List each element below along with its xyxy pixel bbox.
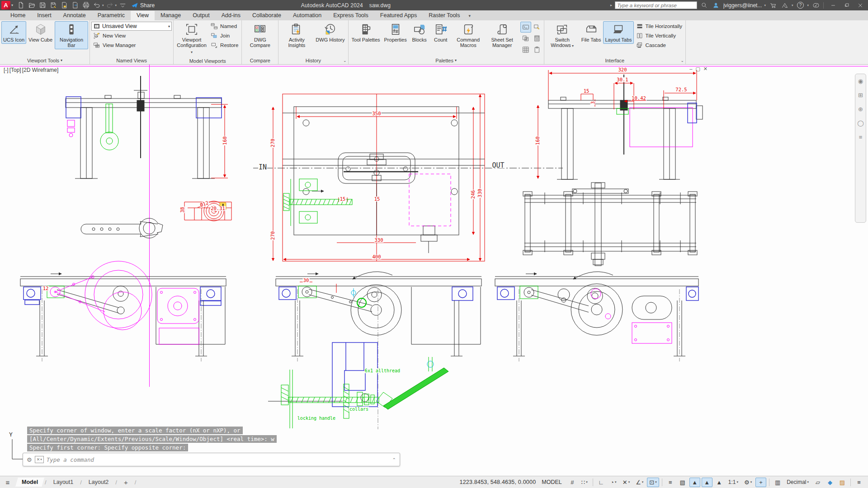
dropdown-arrow-icon[interactable]: ▾ bbox=[628, 480, 630, 484]
pan-icon[interactable]: ⊞ bbox=[858, 92, 863, 99]
join-button[interactable]: Join bbox=[209, 31, 240, 40]
zoom-icon[interactable]: ⊕ bbox=[858, 106, 863, 113]
workspace-settings-icon[interactable]: ⚙▾ bbox=[742, 478, 754, 487]
switch-windows-button[interactable]: Switch Windows ▾ bbox=[546, 21, 579, 50]
close-button[interactable] bbox=[854, 0, 867, 10]
panel-flyout-arrow-icon[interactable]: ▾ bbox=[455, 58, 457, 62]
tab-automation[interactable]: Automation bbox=[287, 11, 327, 20]
media-icon[interactable]: ▨ bbox=[837, 478, 848, 487]
signed-in-user[interactable]: jviggers@iinet... bbox=[723, 2, 762, 9]
command-line[interactable]: ⚙ ✕▾ Type a command ⌃ bbox=[23, 453, 400, 466]
new-button[interactable] bbox=[16, 1, 26, 10]
search-icon[interactable] bbox=[700, 1, 709, 10]
tile-vertically-button[interactable]: Tile Vertically bbox=[634, 31, 684, 40]
count-button[interactable]: Count bbox=[430, 21, 451, 44]
share-button[interactable]: Share bbox=[131, 2, 155, 9]
combo-arrow-icon[interactable]: ▾ bbox=[168, 24, 170, 28]
tab-layout1[interactable]: Layout1 bbox=[47, 478, 80, 487]
tab-annotate[interactable]: Annotate bbox=[57, 11, 92, 20]
object-snap-icon[interactable]: ✕▾ bbox=[620, 478, 632, 487]
open-button[interactable] bbox=[27, 1, 37, 10]
tab-express-tools[interactable]: Express Tools bbox=[327, 11, 374, 20]
transparency-icon[interactable]: ▧ bbox=[677, 478, 688, 487]
tile-horizontally-button[interactable]: Tile Horizontally bbox=[634, 22, 684, 31]
minimize-button[interactable] bbox=[826, 0, 840, 10]
panel-flyout-arrow-icon[interactable]: ▾ bbox=[61, 58, 62, 62]
orbit-icon[interactable]: ◯ bbox=[857, 120, 864, 127]
grid-display-icon[interactable]: # bbox=[567, 478, 578, 487]
drawing-area[interactable]: [-] [Top] [2D Wireframe] –▢✕ ◉⊞⊕◯≡ 16035… bbox=[0, 65, 868, 476]
annotation-autoscale-icon[interactable]: ▲ bbox=[702, 478, 712, 487]
dropdown-arrow-icon[interactable]: ▾ bbox=[736, 480, 738, 484]
panel-launcher-icon[interactable]: ⌄ bbox=[680, 58, 684, 63]
tab-home[interactable]: Home bbox=[5, 11, 31, 20]
qat-menu-button[interactable] bbox=[118, 1, 127, 10]
view-cube-button[interactable]: View Cube bbox=[27, 21, 54, 44]
user-avatar-icon[interactable] bbox=[712, 1, 721, 10]
app-menu-button[interactable]: A bbox=[1, 1, 10, 9]
viewport-configuration-button[interactable]: Viewport Configuration ▾ bbox=[175, 21, 208, 56]
coordinates-display[interactable]: 1223.8453, 548.4635, 0.0000 bbox=[460, 479, 536, 485]
object-snap-tracking-icon[interactable]: ∠▾ bbox=[633, 478, 646, 487]
isolate-objects-icon[interactable]: ▥ bbox=[772, 478, 783, 487]
dwg-history-button[interactable]: DWG History bbox=[314, 21, 346, 44]
dropdown-arrow-icon[interactable]: ▾ bbox=[642, 480, 644, 484]
dropdown-arrow-icon[interactable]: ▾ bbox=[586, 480, 588, 484]
tab-collaborate[interactable]: Collaborate bbox=[246, 11, 287, 20]
activity-insights-button[interactable]: Activity Insights bbox=[280, 21, 313, 49]
view-combo-box[interactable]: Unsaved View▾ bbox=[91, 22, 172, 31]
tab-layout2[interactable]: Layout2 bbox=[82, 478, 115, 487]
search-expand-icon[interactable]: ▸ bbox=[610, 3, 612, 7]
customization-menu-icon[interactable]: ≡ bbox=[854, 478, 864, 487]
tool-palettes-button[interactable]: Tool Palettes bbox=[350, 21, 382, 44]
navigation-bar[interactable]: ◉⊞⊕◯≡ bbox=[855, 74, 866, 223]
undo-button[interactable] bbox=[92, 1, 102, 10]
annotation-visibility-icon[interactable]: ▲ bbox=[689, 478, 700, 487]
redo-button[interactable] bbox=[105, 1, 115, 10]
view-manager-button[interactable]: View Manager bbox=[91, 41, 172, 50]
dropdown-arrow-icon[interactable]: ▾ bbox=[191, 50, 193, 54]
viewport-visual-style-control[interactable]: [2D Wireframe] bbox=[22, 67, 59, 73]
customize-icon[interactable]: ⚙ bbox=[27, 456, 32, 463]
sheet-set-manager-button[interactable]: Sheet Set Manager bbox=[486, 21, 519, 49]
blocks-button[interactable]: Blocks bbox=[409, 21, 430, 44]
properties-button[interactable]: Properties bbox=[382, 21, 409, 44]
polar-tracking-icon[interactable]: ◔▾ bbox=[608, 478, 619, 487]
save-button[interactable] bbox=[38, 1, 47, 10]
tab-output[interactable]: Output bbox=[187, 11, 216, 20]
viewport-close-icon[interactable]: ✕ bbox=[703, 66, 708, 72]
tab-parametric[interactable]: Parametric bbox=[92, 11, 131, 20]
dropdown-arrow-icon[interactable]: ▾ bbox=[615, 480, 617, 484]
feedback-icon[interactable] bbox=[811, 1, 821, 10]
tab-view[interactable]: View bbox=[131, 11, 155, 20]
search-input[interactable] bbox=[617, 3, 695, 8]
annotation-scale[interactable]: 1:1▾ bbox=[726, 478, 741, 487]
dropdown-arrow-icon[interactable]: ▾ bbox=[115, 4, 117, 7]
command-collapse-icon[interactable]: ⌃ bbox=[392, 457, 396, 462]
dropdown-arrow-icon[interactable]: ▾ bbox=[792, 4, 793, 7]
user-menu-arrow-icon[interactable]: ▾ bbox=[764, 4, 766, 7]
crosshair-toggle-icon[interactable]: + bbox=[755, 478, 766, 487]
graphics-performance-icon[interactable]: ◆ bbox=[825, 478, 835, 487]
command-input[interactable]: Type a command bbox=[47, 456, 94, 463]
new-layout-button[interactable]: + bbox=[118, 477, 134, 488]
tab-raster-tools[interactable]: Raster Tools bbox=[423, 11, 466, 20]
macro-editor-button[interactable] bbox=[532, 22, 542, 33]
dropdown-arrow-icon[interactable]: ▾ bbox=[571, 44, 574, 48]
showmotion-icon[interactable]: ≡ bbox=[859, 134, 863, 141]
dropdown-arrow-icon[interactable]: ▾ bbox=[102, 4, 104, 7]
viewport-min-icon[interactable]: – bbox=[689, 66, 692, 72]
app-menu-arrow-icon[interactable]: ▾ bbox=[11, 3, 13, 7]
recent-commands-icon[interactable]: ✕▾ bbox=[35, 456, 44, 463]
tab-insert[interactable]: Insert bbox=[31, 11, 57, 20]
viewport-minimize-control[interactable]: [-] bbox=[4, 67, 9, 73]
tab-model[interactable]: Model bbox=[15, 478, 44, 487]
help-icon[interactable]: ? bbox=[796, 1, 805, 10]
layout-tabs-button[interactable]: Layout Tabs bbox=[603, 21, 633, 44]
restore-button[interactable] bbox=[840, 0, 854, 10]
transmit-button[interactable] bbox=[70, 1, 80, 10]
cascade-button[interactable]: Cascade bbox=[634, 41, 684, 50]
named-button[interactable]: Named bbox=[209, 22, 240, 31]
model-space-indicator[interactable]: MODEL bbox=[542, 479, 561, 485]
command-line-button[interactable] bbox=[520, 22, 531, 33]
